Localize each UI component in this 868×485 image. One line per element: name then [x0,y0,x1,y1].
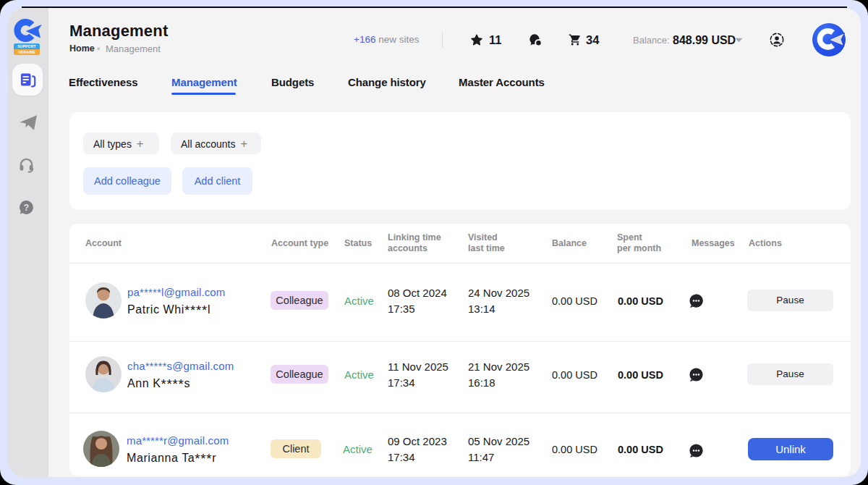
svg-text:?: ? [24,203,29,213]
